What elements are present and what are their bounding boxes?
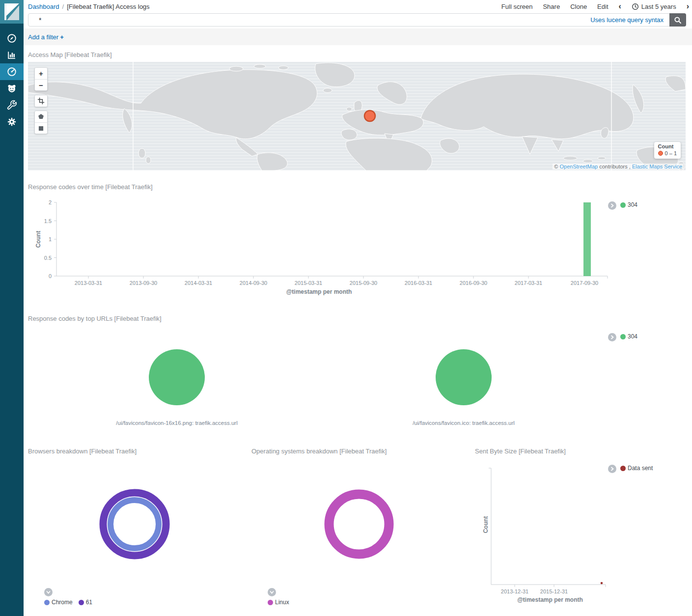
top-urls-panel-title: Response codes by top URLs [Filebeat Tra… xyxy=(28,315,162,322)
breadcrumb: Dashboard / [Filebeat Traefik] Access lo… xyxy=(28,0,150,13)
draw-polygon-button[interactable] xyxy=(35,111,47,122)
zoom-in-button[interactable]: + xyxy=(35,68,47,79)
fit-bounds-button[interactable] xyxy=(35,95,47,107)
sent-byte-size-panel-title: Sent Byte Size [Filebeat Traefik] xyxy=(475,448,566,455)
svg-text:2014-03-31: 2014-03-31 xyxy=(185,280,212,286)
svg-text:2015-12-31: 2015-12-31 xyxy=(540,588,568,594)
gear-icon xyxy=(6,116,17,127)
bar-304-2017-09-30[interactable] xyxy=(583,202,591,276)
sidebar-item-visualize[interactable] xyxy=(0,47,24,63)
time-range-label: Last 5 years xyxy=(641,3,676,10)
os-panel-title: Operating systems breakdown [Filebeat Tr… xyxy=(251,448,387,455)
timelion-icon xyxy=(6,83,17,94)
legend-marker-dot xyxy=(658,151,663,156)
svg-text:0: 0 xyxy=(49,273,52,279)
draw-rectangle-button[interactable] xyxy=(35,122,47,134)
map-zoom-controls: + − xyxy=(34,67,48,91)
pie-label-favicon-16x16: /ui/favicons/favicon-16x16.png: traefik.… xyxy=(79,420,275,426)
legend-item-data-sent[interactable]: Data sent xyxy=(620,465,653,472)
legend-toggle-icon[interactable] xyxy=(608,201,616,210)
legend-item-chrome[interactable]: Chrome xyxy=(44,599,73,606)
svg-text:2016-03-31: 2016-03-31 xyxy=(405,280,432,286)
sidebar-item-discover[interactable] xyxy=(0,30,24,47)
legend-item-304[interactable]: 304 xyxy=(620,201,637,208)
map-canvas[interactable]: + − Count xyxy=(28,62,686,170)
osm-link[interactable]: OpenStreetMap xyxy=(560,164,598,169)
pie-slice-304-favicon-16x16[interactable] xyxy=(149,349,205,405)
response-chart-legend: 304 xyxy=(608,201,637,210)
pie-slice-304-favicon-ico[interactable] xyxy=(436,349,492,405)
zoom-out-button[interactable]: − xyxy=(35,79,47,90)
top-urls-legend: 304 xyxy=(608,333,637,341)
map-legend-title: Count xyxy=(658,143,677,149)
svg-text:2015-03-31: 2015-03-31 xyxy=(295,280,322,286)
edit-button[interactable]: Edit xyxy=(597,3,608,10)
legend-toggle-icon[interactable] xyxy=(608,465,616,473)
legend-toggle-icon[interactable] xyxy=(608,333,616,341)
data-sent-point[interactable] xyxy=(601,582,603,585)
legend-item-61[interactable]: 61 xyxy=(79,599,92,606)
legend-dot-linux xyxy=(268,600,273,605)
breadcrumb-separator: / xyxy=(62,3,64,10)
map-attribution: © OpenStreetMap contributors , Elastic M… xyxy=(553,164,684,169)
svg-text:2013-09-30: 2013-09-30 xyxy=(130,280,157,286)
page-title: [Filebeat Traefik] Access logs xyxy=(67,3,149,10)
os-legend: Linux xyxy=(268,588,289,606)
response-chart-y-axis-title: Count xyxy=(35,231,42,248)
browsers-donut-chart xyxy=(98,487,171,561)
polygon-icon xyxy=(37,113,45,120)
elastic-maps-link[interactable]: Elastic Maps Service xyxy=(632,164,682,169)
sidebar-item-dashboard[interactable] xyxy=(0,63,24,80)
full-screen-button[interactable]: Full screen xyxy=(501,3,533,10)
kibana-dashboard-app: Dashboard / [Filebeat Traefik] Access lo… xyxy=(0,0,692,616)
response-chart-x-axis-title: @timestamp per month xyxy=(28,288,610,295)
sidebar-item-management[interactable] xyxy=(0,113,24,130)
gauge-icon xyxy=(6,66,17,77)
donut-ring-chrome[interactable] xyxy=(111,500,159,548)
kibana-logo[interactable] xyxy=(0,0,24,24)
browsers-panel-title: Browsers breakdown [Filebeat Traefik] xyxy=(28,448,137,455)
legend-dot-304 xyxy=(620,202,626,208)
sidebar-item-dev-tools[interactable] xyxy=(0,97,24,113)
sidebar-item-timelion[interactable] xyxy=(0,80,24,97)
rectangle-icon xyxy=(37,125,45,132)
svg-text:1: 1 xyxy=(49,236,52,242)
query-bar: Uses lucene query syntax xyxy=(28,13,686,27)
time-forward-button[interactable]: › xyxy=(687,2,689,10)
add-filter-link[interactable]: Add a filter+ xyxy=(28,33,64,41)
svg-text:2013-12-31: 2013-12-31 xyxy=(501,588,528,594)
svg-text:2015-09-30: 2015-09-30 xyxy=(350,280,377,286)
legend-collapse-icon[interactable] xyxy=(268,588,276,596)
search-button[interactable] xyxy=(669,13,686,27)
pie-label-favicon-ico: /ui/favicons/favicon.ico: traefik.access… xyxy=(365,420,562,426)
lucene-syntax-link[interactable]: Uses lucene query syntax xyxy=(590,16,664,24)
svg-text:1.5: 1.5 xyxy=(44,218,52,224)
map-marker[interactable] xyxy=(364,111,375,121)
legend-item-304[interactable]: 304 xyxy=(620,333,637,340)
legend-item-linux[interactable]: Linux xyxy=(268,599,289,606)
response-codes-over-time-chart: 2 1.5 1 0.5 0 2013-03-31 2013-09-30 2014… xyxy=(28,198,610,296)
compass-icon xyxy=(6,33,17,44)
time-range-picker[interactable]: Last 5 years xyxy=(632,3,676,10)
map-legend: Count 0 – 1 xyxy=(654,142,681,159)
breadcrumb-dashboard-link[interactable]: Dashboard xyxy=(28,3,59,10)
world-map xyxy=(28,62,686,170)
legend-dot-61 xyxy=(79,600,84,605)
donut-ring-linux[interactable] xyxy=(329,494,389,554)
clone-button[interactable]: Clone xyxy=(570,3,587,10)
sidebar-nav xyxy=(0,30,24,130)
clock-icon xyxy=(632,3,639,10)
add-filter-plus-icon: + xyxy=(60,33,64,41)
svg-text:2017-09-30: 2017-09-30 xyxy=(571,280,598,286)
share-button[interactable]: Share xyxy=(543,3,560,10)
bytes-chart-y-axis-title: Count xyxy=(482,516,489,533)
legend-dot-304 xyxy=(620,334,626,339)
svg-text:0.5: 0.5 xyxy=(44,255,52,261)
query-input[interactable] xyxy=(28,16,590,24)
svg-text:2: 2 xyxy=(49,199,52,205)
time-back-button[interactable]: ‹ xyxy=(619,2,621,10)
kibana-logo-icon xyxy=(0,0,24,24)
legend-collapse-icon[interactable] xyxy=(44,588,53,596)
bytes-chart-legend: Data sent xyxy=(608,465,653,473)
map-draw-controls xyxy=(34,111,48,134)
